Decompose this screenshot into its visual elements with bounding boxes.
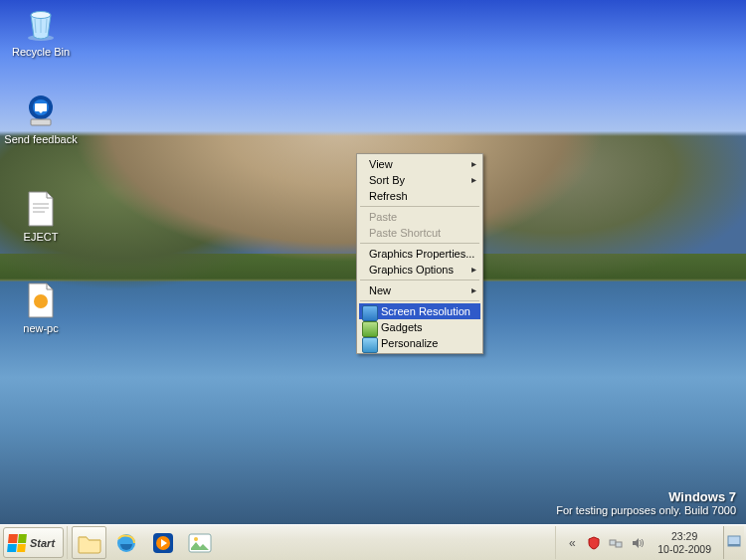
personalize-icon — [362, 337, 378, 353]
desktop-icon-eject[interactable]: EJECT — [4, 189, 78, 244]
svg-rect-15 — [610, 540, 616, 545]
system-tray: « 23:29 10-02-2009 — [555, 526, 746, 559]
tray-volume-icon[interactable] — [630, 535, 646, 551]
recycle-bin-icon — [21, 4, 61, 44]
menu-separator — [360, 206, 479, 207]
svg-rect-18 — [728, 544, 740, 546]
desktop-icon-label: Recycle Bin — [4, 46, 78, 59]
menu-gadgets[interactable]: Gadgets — [359, 319, 480, 335]
svg-rect-4 — [35, 103, 47, 111]
desktop-icon-label: new-pc — [4, 322, 78, 335]
show-desktop-icon — [726, 534, 742, 550]
menu-label: Gadgets — [381, 321, 423, 333]
menu-label: Graphics Options — [369, 264, 454, 276]
desktop-icon-label: Send feedback — [4, 133, 78, 146]
svg-rect-16 — [616, 542, 622, 547]
menu-graphics-properties[interactable]: Graphics Properties... — [359, 246, 480, 262]
desktop-icon-send-feedback[interactable]: Send feedback — [4, 92, 78, 146]
menu-screen-resolution[interactable]: Screen Resolution — [359, 303, 480, 319]
text-file-icon — [21, 189, 61, 229]
quicklaunch-ie[interactable] — [108, 526, 143, 559]
tray-chevron-icon[interactable]: « — [564, 535, 580, 551]
internet-explorer-icon — [114, 531, 138, 555]
watermark-title: Windows 7 — [556, 489, 736, 504]
menu-paste: Paste — [359, 209, 480, 225]
watermark-subtitle: For testing purposes only. Build 7000 — [556, 504, 736, 516]
picture-icon — [187, 532, 213, 554]
media-player-icon — [151, 531, 175, 555]
folder-icon — [77, 532, 102, 554]
menu-label: Screen Resolution — [381, 305, 470, 317]
menu-graphics-options[interactable]: Graphics Options — [359, 262, 480, 278]
document-icon — [21, 280, 61, 320]
menu-label: Personalize — [381, 337, 438, 349]
svg-point-14 — [194, 537, 198, 541]
menu-personalize[interactable]: Personalize — [359, 335, 480, 351]
menu-refresh[interactable]: Refresh — [359, 188, 480, 204]
clock-time: 23:29 — [657, 530, 711, 543]
quicklaunch-media-player[interactable] — [145, 526, 180, 559]
start-label: Start — [30, 537, 55, 549]
desktop-icon-label: EJECT — [4, 231, 78, 244]
start-button[interactable]: Start — [3, 527, 64, 558]
menu-label: Paste Shortcut — [369, 227, 441, 239]
tray-network-icon[interactable] — [608, 535, 624, 551]
desktop-icon-recycle-bin[interactable]: Recycle Bin — [4, 4, 78, 59]
menu-separator — [360, 300, 479, 301]
desktop-icon-new-pc[interactable]: new-pc — [4, 280, 78, 335]
menu-new[interactable]: New — [359, 282, 480, 298]
menu-label: New — [369, 284, 391, 296]
svg-rect-5 — [31, 119, 51, 125]
svg-point-1 — [31, 12, 51, 19]
windows-logo-icon — [7, 534, 27, 552]
menu-separator — [360, 280, 479, 280]
desktop-context-menu: View Sort By Refresh Paste Paste Shortcu… — [356, 153, 483, 354]
feedback-icon — [21, 92, 61, 131]
quick-launch — [67, 526, 221, 559]
quicklaunch-explorer[interactable] — [72, 526, 106, 559]
taskbar: Start — [0, 524, 746, 560]
build-watermark: Windows 7 For testing purposes only. Bui… — [556, 489, 736, 516]
menu-label: View — [369, 158, 393, 170]
show-desktop-button[interactable] — [723, 526, 744, 559]
menu-paste-shortcut: Paste Shortcut — [359, 225, 480, 241]
quicklaunch-paint[interactable] — [182, 526, 217, 559]
menu-sort-by[interactable]: Sort By — [359, 172, 480, 188]
svg-point-9 — [34, 294, 48, 308]
desktop[interactable]: Recycle Bin Send feedback EJECT — [0, 0, 746, 524]
menu-label: Sort By — [369, 174, 405, 186]
menu-label: Paste — [369, 211, 397, 223]
menu-label: Refresh — [369, 190, 408, 202]
menu-separator — [360, 243, 479, 244]
menu-label: Graphics Properties... — [369, 248, 474, 260]
menu-view[interactable]: View — [359, 156, 480, 172]
tray-security-icon[interactable] — [586, 535, 602, 551]
taskbar-clock[interactable]: 23:29 10-02-2009 — [652, 530, 717, 556]
clock-date: 10-02-2009 — [657, 543, 711, 556]
